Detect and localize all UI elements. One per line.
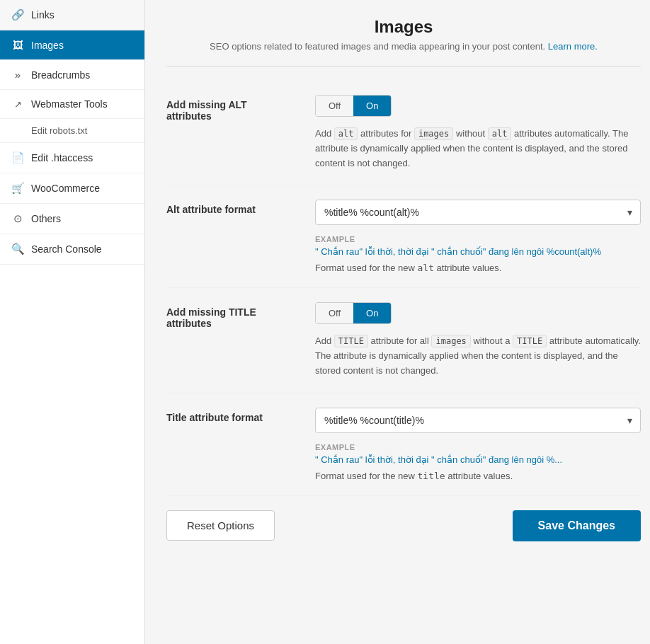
add-missing-alt-section: Add missing ALT attributes Off On Add al… xyxy=(166,81,641,185)
sidebar-item-links[interactable]: 🔗 Links xyxy=(0,0,144,30)
alt-format-code: alt xyxy=(418,263,434,273)
title-example-label: EXAMPLE xyxy=(315,443,641,452)
images-icon: 🖼 xyxy=(11,39,24,51)
sidebar-item-label: WooCommerce xyxy=(31,183,100,194)
sidebar-item-webmaster-tools[interactable]: ↗ Webmaster Tools xyxy=(0,90,144,119)
alt-format-note: Format used for the new alt attribute va… xyxy=(315,263,641,273)
images-code-1: images xyxy=(414,127,453,140)
sidebar-item-label: Edit robots.txt xyxy=(31,125,87,136)
htaccess-icon: 📄 xyxy=(11,151,24,164)
alt-description: Add alt attributes for images without al… xyxy=(315,127,641,171)
main-content: Images SEO options related to featured i… xyxy=(145,0,650,644)
alt-code-1: alt xyxy=(334,127,358,140)
add-missing-alt-control: Off On Add alt attributes for images wit… xyxy=(315,95,641,171)
alt-format-select-wrapper: %title% %count(alt)% %title% %filename% … xyxy=(315,200,641,225)
alt-format-select[interactable]: %title% %count(alt)% %title% %filename% xyxy=(315,200,641,225)
sidebar-item-label: Images xyxy=(31,40,64,51)
images-code-2: images xyxy=(431,335,470,347)
sidebar-item-woocommerce[interactable]: 🛒 WooCommerce xyxy=(0,173,144,204)
alt-example-label: EXAMPLE xyxy=(315,235,641,243)
add-missing-title-label: Add missing TITLE attributes xyxy=(166,302,294,329)
alt-example-text: " Chắn rau" lỗi thời, thời đại " chắn ch… xyxy=(315,246,641,257)
add-missing-title-section: Add missing TITLE attributes Off On Add … xyxy=(166,288,641,393)
title-format-control: %title% %count(title)% %title% %filename… xyxy=(315,408,641,481)
alt-format-section: Alt attribute format %title% %count(alt)… xyxy=(166,185,641,288)
alt-toggle: Off On xyxy=(315,95,392,117)
title-format-label: Title attribute format xyxy=(166,408,294,423)
reset-options-button[interactable]: Reset Options xyxy=(166,510,275,541)
sidebar-item-label: Search Console xyxy=(31,243,102,255)
sidebar-item-label: Links xyxy=(31,9,55,21)
add-missing-alt-label: Add missing ALT attributes xyxy=(166,95,294,122)
save-changes-button[interactable]: Save Changes xyxy=(513,510,641,541)
sidebar-item-edit-htaccess[interactable]: 📄 Edit .htaccess xyxy=(0,143,144,173)
links-icon: 🔗 xyxy=(11,8,24,21)
sidebar-item-label: Webmaster Tools xyxy=(31,98,108,110)
learn-more-link[interactable]: Learn more. xyxy=(548,41,598,52)
sidebar-item-label: Breadcrumbs xyxy=(31,69,90,81)
sidebar: 🔗 Links 🖼 Images » Breadcrumbs ↗ Webmast… xyxy=(0,0,145,644)
title-code-1: TITLE xyxy=(334,335,368,347)
page-subtitle: SEO options related to featured images a… xyxy=(166,41,641,52)
title-format-select-wrapper: %title% %count(title)% %title% %filename… xyxy=(315,408,641,433)
title-format-section: Title attribute format %title% %count(ti… xyxy=(166,393,641,496)
others-icon: ⊙ xyxy=(11,212,24,225)
sidebar-item-label: Others xyxy=(31,213,61,224)
title-example-text: " Chắn rau" lỗi thời, thời đại " chắn ch… xyxy=(315,454,641,465)
header-divider xyxy=(166,66,641,67)
title-format-note: Format used for the new title attribute … xyxy=(315,471,641,481)
breadcrumbs-icon: » xyxy=(11,69,24,81)
title-toggle: Off On xyxy=(315,302,392,324)
title-format-select[interactable]: %title% %count(title)% %title% %filename… xyxy=(315,408,641,433)
title-description: Add TITLE attribute for all images witho… xyxy=(315,334,641,378)
woocommerce-icon: 🛒 xyxy=(11,182,24,195)
search-console-icon: 🔍 xyxy=(11,243,24,255)
title-format-code: title xyxy=(418,471,445,481)
alt-code-2: alt xyxy=(488,127,512,140)
title-toggle-off[interactable]: Off xyxy=(316,303,353,323)
sidebar-item-breadcrumbs[interactable]: » Breadcrumbs xyxy=(0,60,144,90)
alt-toggle-off[interactable]: Off xyxy=(316,96,353,116)
page-header: Images SEO options related to featured i… xyxy=(166,17,641,52)
sidebar-item-edit-robots[interactable]: Edit robots.txt xyxy=(0,119,144,143)
webmaster-icon: ↗ xyxy=(11,99,24,110)
sidebar-item-images[interactable]: 🖼 Images xyxy=(0,30,144,60)
bottom-bar: Reset Options Save Changes xyxy=(166,503,641,548)
title-code-2: TITLE xyxy=(513,335,547,347)
alt-format-label: Alt attribute format xyxy=(166,200,294,215)
alt-toggle-on[interactable]: On xyxy=(353,96,391,116)
sidebar-item-others[interactable]: ⊙ Others xyxy=(0,204,144,234)
title-toggle-on[interactable]: On xyxy=(353,303,391,323)
sidebar-item-search-console[interactable]: 🔍 Search Console xyxy=(0,234,144,265)
alt-format-control: %title% %count(alt)% %title% %filename% … xyxy=(315,200,641,273)
sidebar-item-label: Edit .htaccess xyxy=(31,152,93,163)
add-missing-title-control: Off On Add TITLE attribute for all image… xyxy=(315,302,641,378)
page-title: Images xyxy=(166,17,641,37)
